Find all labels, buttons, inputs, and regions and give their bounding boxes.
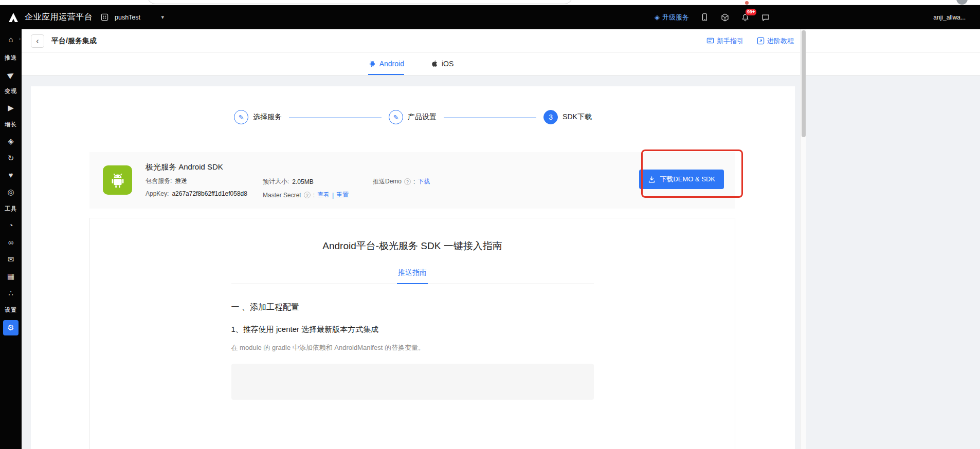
- sidebar-group-growth: 增长: [5, 121, 17, 128]
- colon: :: [413, 178, 415, 185]
- support-chat-icon[interactable]: [761, 13, 770, 22]
- sidebar-group-monetize: 变现: [5, 87, 17, 95]
- back-button[interactable]: ‹: [31, 34, 44, 48]
- upgrade-service-link[interactable]: ◈ 升级服务: [655, 13, 689, 22]
- settings-gear-icon[interactable]: ⚙: [3, 320, 19, 335]
- step-sdk-download: 3 SDK下载: [543, 110, 592, 124]
- nodes-icon[interactable]: ∴: [8, 289, 13, 297]
- guide-card: Android平台-极光服务 SDK 一键接入指南 推送指南 一 、添加工程配置…: [89, 218, 735, 449]
- advanced-tutorial-link[interactable]: 进阶教程: [757, 36, 794, 46]
- page-header: ‹ 平台/服务集成 新手指引 进阶教程: [22, 29, 980, 53]
- username[interactable]: anji_allwa...: [933, 14, 966, 21]
- aurora-logo[interactable]: [7, 11, 20, 24]
- scrollbar-thumb[interactable]: [802, 30, 806, 137]
- widget-icon[interactable]: ▦: [7, 272, 14, 280]
- shield-icon[interactable]: ◈: [8, 137, 14, 145]
- sdk-title: 极光服务 Android SDK: [146, 162, 263, 172]
- products-cube-icon[interactable]: [720, 13, 730, 22]
- main-content: ‹ 平台/服务集成 新手指引 进阶教程: [22, 29, 980, 449]
- target-icon[interactable]: ◎: [7, 188, 14, 196]
- demo-download-link[interactable]: 下载: [418, 177, 430, 186]
- appkey-value: a267a72f8b62ff1d1ef058d8: [172, 190, 247, 197]
- guide-step-description: 在 module 的 gradle 中添加依赖和 AndroidManifest…: [231, 343, 594, 352]
- sidebar-group-push: 推送: [5, 54, 17, 62]
- refresh-icon[interactable]: ↻: [8, 154, 14, 162]
- code-block: [231, 364, 594, 400]
- step-number: 3: [543, 110, 558, 124]
- chevron-down-icon: ▾: [161, 14, 164, 21]
- topbar-tools: ◈ 升级服务 99+: [655, 12, 770, 22]
- browser-address-bar[interactable]: [147, 0, 573, 4]
- guide-content: 一 、添加工程配置 1、推荐使用 jcenter 选择最新版本方式集成 在 mo…: [231, 302, 594, 400]
- tab-push-guide[interactable]: 推送指南: [397, 268, 428, 284]
- android-app-icon: [103, 165, 132, 195]
- link-divider: |: [332, 192, 334, 199]
- platform-title: 企业应用运营平台: [25, 12, 93, 23]
- notification-bell-icon[interactable]: 99+: [741, 13, 750, 22]
- pencil-icon: ✎: [389, 110, 403, 124]
- heart-icon[interactable]: ♥: [9, 171, 13, 179]
- link-icon[interactable]: ∞: [8, 238, 14, 247]
- pencil-icon: ✎: [234, 110, 248, 124]
- demo-label: 推送Demo: [373, 177, 402, 186]
- topbar-left: 企业应用运营平台 pushTest ▾: [7, 11, 164, 24]
- topbar: 企业应用运营平台 pushTest ▾ ◈ 升级服务: [0, 5, 980, 29]
- step-product-settings: ✎ 产品设置: [389, 110, 437, 124]
- message-icon[interactable]: ✉: [8, 255, 14, 264]
- apple-icon: [431, 60, 439, 67]
- download-icon: [648, 176, 656, 183]
- sidebar-group-settings: 设置: [5, 306, 17, 314]
- step-select-service-label: 选择服务: [253, 113, 282, 122]
- content-panel: ✎ 选择服务 ✎ 产品设置 3 SDK下载: [31, 86, 795, 449]
- sdk-info-column: 极光服务 Android SDK 包含服务: 推送 AppKey: a267a7…: [146, 152, 263, 197]
- tab-android[interactable]: Android: [368, 53, 404, 75]
- home-icon: ⌂: [8, 35, 13, 44]
- size-value: 2.05MB: [292, 178, 313, 185]
- tutorial-icon: [757, 37, 765, 45]
- service-row: 包含服务: 推送: [146, 177, 263, 185]
- app-switch-icon[interactable]: [101, 13, 108, 21]
- home-nav[interactable]: ⌂ ›: [0, 34, 22, 45]
- sdk-size-column: 预计大小: 2.05MB Master Secret ? : 查看 | 重置: [263, 152, 373, 199]
- sdk-card: 极光服务 Android SDK 包含服务: 推送 AppKey: a267a7…: [89, 152, 735, 209]
- notification-badge: 99+: [745, 8, 757, 16]
- size-row: 预计大小: 2.05MB: [263, 177, 373, 186]
- paper-plane-icon[interactable]: ▶: [6, 69, 16, 80]
- appkey-label: AppKey:: [146, 190, 169, 197]
- step-product-settings-label: 产品设置: [408, 113, 437, 122]
- monetize-icon[interactable]: ▶: [8, 103, 14, 112]
- tab-ios-label: iOS: [442, 60, 453, 68]
- app-selector[interactable]: pushTest ▾: [115, 14, 164, 21]
- browser-strip: [0, 0, 980, 5]
- help-icon[interactable]: ?: [304, 192, 311, 198]
- beginner-guide-link[interactable]: 新手指引: [706, 36, 743, 46]
- pie-chart-icon[interactable]: ◔: [8, 221, 13, 230]
- guide-title: Android平台-极光服务 SDK 一键接入指南: [90, 239, 735, 253]
- guide-step-heading: 1、推荐使用 jcenter 选择最新版本方式集成: [231, 325, 594, 334]
- tab-ios[interactable]: iOS: [431, 53, 453, 75]
- upgrade-label: 升级服务: [662, 13, 689, 22]
- mobile-preview-icon[interactable]: [700, 12, 709, 22]
- download-demo-sdk-button[interactable]: 下载DEMO & SDK: [639, 170, 724, 189]
- stepper: ✎ 选择服务 ✎ 产品设置 3 SDK下载: [31, 86, 795, 124]
- guide-tab-bar: 推送指南: [231, 268, 594, 284]
- sidebar-expand-icon[interactable]: ›: [19, 35, 21, 43]
- guide-section-heading: 一 、添加工程配置: [231, 302, 594, 313]
- stepper-connector: [444, 117, 536, 118]
- beginner-guide-label: 新手指引: [717, 36, 743, 46]
- header-links: 新手指引 进阶教程: [706, 36, 794, 46]
- sidebar: ⌂ › 推送 ▶ 变现 ▶ 增长 ◈ ↻ ♥ ◎ 工具 ◔ ∞ ✉ ▦ ∴ 设置…: [0, 29, 22, 449]
- vertical-scrollbar[interactable]: [800, 29, 806, 449]
- upgrade-diamond-icon: ◈: [655, 13, 660, 21]
- platform-tab-bar: Android iOS: [22, 53, 980, 76]
- size-label: 预计大小:: [263, 177, 289, 186]
- sdk-demo-column: 推送Demo ? : 下载: [373, 152, 430, 186]
- master-secret-label: Master Secret: [263, 192, 301, 199]
- browser-profile-avatar[interactable]: [956, 0, 968, 5]
- view-secret-link[interactable]: 查看: [317, 191, 330, 199]
- reset-secret-link[interactable]: 重置: [336, 191, 349, 199]
- guide-board-icon: [706, 37, 714, 45]
- browser-extension-dot: [745, 1, 749, 5]
- help-icon[interactable]: ?: [404, 178, 411, 185]
- page-title: 平台/服务集成: [51, 36, 97, 46]
